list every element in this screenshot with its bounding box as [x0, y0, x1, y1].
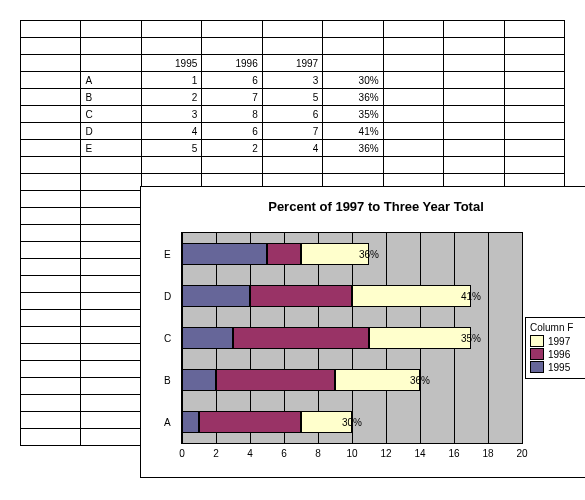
row-label: A — [81, 72, 141, 89]
chart-title: Percent of 1997 to Three Year Total — [141, 187, 585, 222]
legend-title: Column F — [530, 322, 585, 333]
row-label: E — [81, 140, 141, 157]
legend-item: 1995 — [530, 361, 585, 373]
cell[interactable]: 35% — [323, 106, 383, 123]
y-tick-label: E — [164, 249, 171, 260]
bar — [182, 369, 420, 391]
x-tick-label: 20 — [516, 448, 527, 459]
cell[interactable]: 4 — [262, 140, 322, 157]
plot-area: 02468101214161820A30%B36%C35%D41%E36% — [181, 232, 523, 444]
row-label: C — [81, 106, 141, 123]
bar — [182, 243, 369, 265]
legend-item: 1996 — [530, 348, 585, 360]
x-tick-label: 18 — [482, 448, 493, 459]
x-tick-label: 10 — [346, 448, 357, 459]
cell[interactable]: 36% — [323, 89, 383, 106]
data-label: 36% — [410, 375, 430, 386]
cell[interactable]: 6 — [202, 123, 262, 140]
x-tick-label: 2 — [213, 448, 219, 459]
x-tick-label: 12 — [380, 448, 391, 459]
x-tick-label: 0 — [179, 448, 185, 459]
cell[interactable]: 7 — [262, 123, 322, 140]
cell[interactable]: 6 — [202, 72, 262, 89]
cell[interactable]: 2 — [202, 140, 262, 157]
bar — [182, 285, 471, 307]
cell[interactable]: 36% — [323, 140, 383, 157]
cell[interactable]: 5 — [262, 89, 322, 106]
col-header: 1995 — [141, 55, 201, 72]
y-tick-label: B — [164, 375, 171, 386]
cell[interactable]: 2 — [141, 89, 201, 106]
legend-item: 1997 — [530, 335, 585, 347]
x-tick-label: 6 — [281, 448, 287, 459]
row-label: B — [81, 89, 141, 106]
cell[interactable]: 30% — [323, 72, 383, 89]
chart[interactable]: Percent of 1997 to Three Year Total 0246… — [140, 186, 585, 466]
cell[interactable]: 41% — [323, 123, 383, 140]
x-tick-label: 4 — [247, 448, 253, 459]
legend: Column F 1997 1996 1995 — [525, 317, 585, 379]
cell[interactable]: 5 — [141, 140, 201, 157]
y-tick-label: C — [164, 333, 171, 344]
data-label: 36% — [359, 249, 379, 260]
cell[interactable]: 3 — [262, 72, 322, 89]
spreadsheet: 1995 1996 1997 A 1 6 3 30% B 2 7 5 36% C… — [20, 20, 565, 446]
y-tick-label: D — [164, 291, 171, 302]
x-tick-label: 16 — [448, 448, 459, 459]
data-label: 30% — [342, 417, 362, 428]
cell[interactable]: 6 — [262, 106, 322, 123]
row-label: D — [81, 123, 141, 140]
cell[interactable]: 4 — [141, 123, 201, 140]
cell[interactable]: 3 — [141, 106, 201, 123]
bar — [182, 411, 352, 433]
col-header: 1996 — [202, 55, 262, 72]
data-label: 41% — [461, 291, 481, 302]
cell[interactable]: 1 — [141, 72, 201, 89]
x-tick-label: 14 — [414, 448, 425, 459]
y-tick-label: A — [164, 417, 171, 428]
col-header: 1997 — [262, 55, 322, 72]
cell[interactable]: 7 — [202, 89, 262, 106]
cell[interactable]: 8 — [202, 106, 262, 123]
bar — [182, 327, 471, 349]
x-tick-label: 8 — [315, 448, 321, 459]
data-label: 35% — [461, 333, 481, 344]
